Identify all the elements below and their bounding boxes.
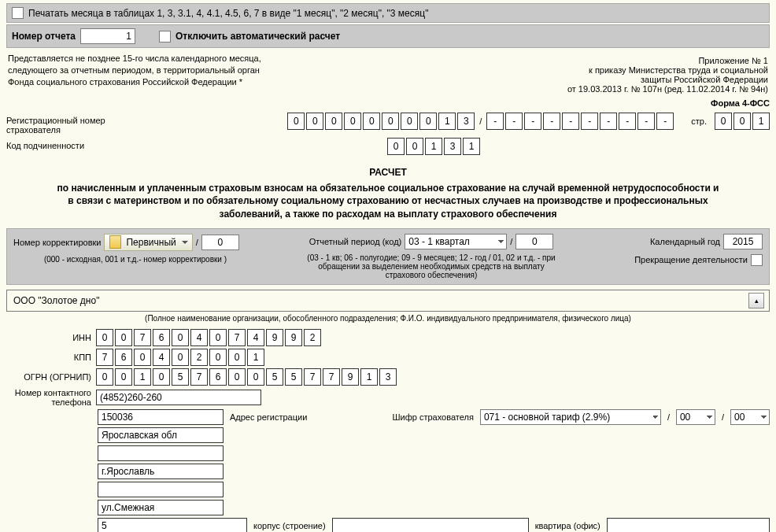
phone-input[interactable] xyxy=(96,390,261,405)
doc-icon xyxy=(109,235,121,249)
year-label: Календарный год xyxy=(650,237,720,246)
doc-title: РАСЧЕТ xyxy=(54,166,722,179)
appendix-3: защиты Российской Федерации xyxy=(567,75,768,84)
kpp-boxes[interactable]: 760402001 xyxy=(96,349,264,366)
subord-label: Код подчиненности xyxy=(6,138,109,150)
ins-code-c2[interactable]: 00 xyxy=(730,409,770,425)
disable-autocalc-checkbox[interactable] xyxy=(159,31,171,42)
ins-code-select[interactable]: 071 - основной тариф (2.9%) xyxy=(480,409,661,425)
period-hint: (03 - 1 кв; 06 - полугодие; 09 - 9 месяц… xyxy=(297,253,565,279)
report-number-label: Номер отчета xyxy=(12,31,76,42)
address-label: Адрес регистрации xyxy=(230,412,307,422)
appendix-4: от 19.03.2013 г. № 107н (ред. 11.02.2014… xyxy=(567,84,768,94)
correction-label: Номер корректировки xyxy=(13,238,101,247)
house-input[interactable] xyxy=(98,518,247,532)
reg-number-boxes[interactable]: 0000000013 xyxy=(287,113,475,130)
korpus-input[interactable] xyxy=(332,518,529,532)
page-boxes: 001 xyxy=(715,113,770,130)
ins-code-label: Шифр страхователя xyxy=(393,412,474,422)
org-picker-button[interactable]: ▴ xyxy=(748,293,764,308)
settlement-input[interactable] xyxy=(98,482,224,497)
org-caption: (Полное наименование организации, обособ… xyxy=(6,314,770,323)
print-months-checkbox[interactable] xyxy=(12,7,24,19)
flat-input[interactable] xyxy=(607,518,770,532)
region-input[interactable] xyxy=(98,427,224,443)
kpp-label: КПП xyxy=(6,353,91,362)
period-label: Отчетный период (код) xyxy=(309,237,402,246)
reg-number-boxes2[interactable]: ---------- xyxy=(486,113,674,130)
period-bar: Номер корректировки Первичный / (000 - и… xyxy=(6,228,770,285)
street-input[interactable] xyxy=(98,500,224,515)
print-months-label: Печатать месяца в таблицах 1, 3, 3.1, 4,… xyxy=(28,8,428,19)
period-num-input[interactable] xyxy=(515,234,553,249)
correction-hint: (000 - исходная, 001 и т.д.- номер корре… xyxy=(13,255,257,264)
flat-label: квартира (офис) xyxy=(535,521,600,530)
disable-autocalc-label: Отключить автоматический расчет xyxy=(176,31,340,42)
cease-checkbox[interactable] xyxy=(751,254,763,266)
doc-subtitle: по начисленным и уплаченным страховым вз… xyxy=(54,182,722,220)
page-label: стр. xyxy=(691,116,707,126)
year-input[interactable] xyxy=(723,234,763,249)
print-months-bar: Печатать месяца в таблицах 1, 3, 3.1, 4,… xyxy=(6,3,770,23)
submit-note-1: Представляется не позднее 15-го числа ка… xyxy=(8,53,566,65)
korpus-label: корпус (строение) xyxy=(253,521,326,530)
ogrn-boxes[interactable]: 0010576005577913 xyxy=(96,368,397,386)
inn-boxes[interactable]: 007604074992 xyxy=(96,329,321,346)
reg-number-label: Регистрационный номер страхователя xyxy=(6,113,109,135)
period-select[interactable]: 03 - 1 квартал xyxy=(405,234,507,249)
appendix-1: Приложение № 1 xyxy=(567,56,768,65)
submit-note-3: Фонда социального страхования Российской… xyxy=(8,76,566,88)
appendix-2: к приказу Министерства труда и социально… xyxy=(567,65,768,75)
zip-input[interactable] xyxy=(98,409,224,425)
submit-note-2: следующего за отчетным периодом, в терри… xyxy=(8,65,566,76)
district-input[interactable] xyxy=(98,445,224,461)
ins-code-c1[interactable]: 00 xyxy=(676,409,715,425)
correction-select[interactable]: Первичный xyxy=(104,234,192,251)
ogrn-label: ОГРН (ОГРНИП) xyxy=(6,372,91,382)
correction-num-input[interactable] xyxy=(201,235,239,250)
cease-label: Прекращение деятельности xyxy=(634,255,748,264)
report-number-input[interactable] xyxy=(80,28,135,44)
phone-label: Номер контактного телефона xyxy=(6,388,91,407)
form-name: Форма 4-ФСС xyxy=(6,98,770,108)
org-name-row: ▴ xyxy=(6,290,770,312)
inn-label: ИНН xyxy=(6,333,91,342)
report-number-bar: Номер отчета Отключить автоматический ра… xyxy=(6,24,770,48)
org-name-input[interactable] xyxy=(12,294,748,307)
subord-boxes[interactable]: 00131 xyxy=(387,138,480,155)
city-input[interactable] xyxy=(98,464,224,479)
